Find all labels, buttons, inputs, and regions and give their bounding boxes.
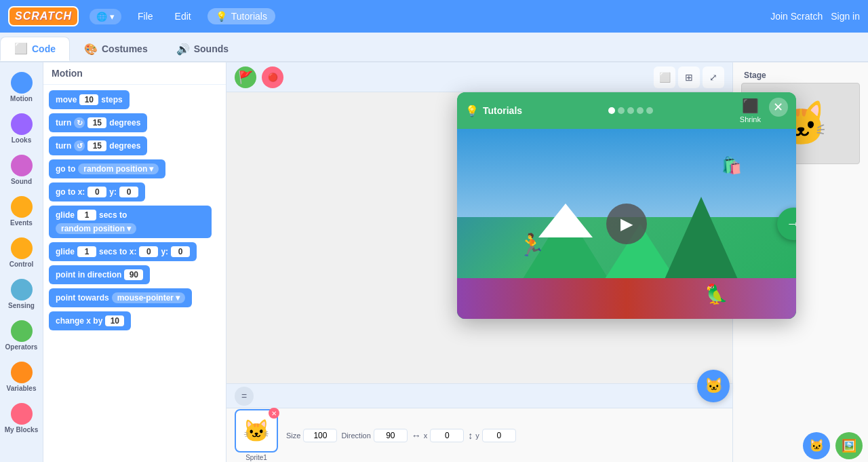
view-normal-button[interactable]: ⬜ xyxy=(654,66,675,88)
shrink-button[interactable]: ⬛ Shrink xyxy=(740,98,761,123)
sidebar-label-operators: Operators xyxy=(5,343,38,351)
block-glide2-ylabel: y: xyxy=(161,247,168,256)
dot-5[interactable] xyxy=(646,107,653,114)
sidebar-item-sound[interactable]: Sound xyxy=(2,151,41,189)
y-axis-icon: ↕ xyxy=(468,430,473,441)
block-glide1-dropdown[interactable]: random position ▾ xyxy=(56,223,136,234)
block-glide1-label: glide xyxy=(56,210,75,220)
block-turnccw-label: turn xyxy=(56,141,71,151)
sounds-tab-label: Sounds xyxy=(194,43,229,54)
blocks-panel: Motion move 10 steps turn ↻ 15 degrees t… xyxy=(43,62,226,462)
sidebar-item-sensing[interactable]: Sensing xyxy=(2,275,41,313)
block-turnccw-value[interactable]: 15 xyxy=(87,140,106,151)
block-gotoxy[interactable]: go to x: 0 y: 0 xyxy=(49,182,145,201)
tab-sounds[interactable]: 🔊 Sounds xyxy=(162,37,243,61)
sensing-circle xyxy=(11,279,33,301)
block-turncw-value[interactable]: 15 xyxy=(87,117,106,128)
sidebar-item-myblocks[interactable]: My Blocks xyxy=(2,399,41,438)
block-changex[interactable]: change x by 10 xyxy=(49,311,131,330)
sidebar-label-events: Events xyxy=(10,219,33,227)
block-glide2[interactable]: glide 1 secs to x: 0 y: 0 xyxy=(49,242,197,261)
block-changex-value[interactable]: 10 xyxy=(105,315,124,326)
close-tutorials-button[interactable]: ✕ xyxy=(769,98,788,117)
direction-field-group: Direction xyxy=(341,429,407,442)
sidebar-item-events[interactable]: Events xyxy=(2,192,41,231)
sidebar-item-control[interactable]: Control xyxy=(2,233,41,272)
view-wide-button[interactable]: ⊞ xyxy=(678,66,700,88)
green-flag-button[interactable]: 🚩 xyxy=(235,66,256,88)
y-field-group: ↕ y xyxy=(468,429,516,442)
main-layout: Motion Looks Sound Events Control Sensin… xyxy=(0,62,868,462)
tutorials-btn-label: Tutorials xyxy=(231,11,267,22)
tabbar: ⬜ Code 🎨 Costumes 🔊 Sounds xyxy=(0,33,868,62)
tutorials-button[interactable]: 💡 Tutorials xyxy=(208,8,275,24)
sign-in-link[interactable]: Sign in xyxy=(831,11,860,22)
dot-4[interactable] xyxy=(637,107,644,114)
scratch-logo[interactable]: SCRATCH xyxy=(8,6,79,26)
sidebar-item-operators[interactable]: Operators xyxy=(2,316,41,355)
sprite-delete-icon[interactable]: ✕ xyxy=(269,408,279,419)
block-glide2-x[interactable]: 0 xyxy=(139,246,158,257)
sprite-thumbnail[interactable]: 🐱 ✕ xyxy=(235,409,278,453)
code-tab-icon: ⬜ xyxy=(14,42,28,55)
shrink-icon: ⬛ xyxy=(742,98,759,114)
block-glide1[interactable]: glide 1 secs to random position ▾ xyxy=(49,206,212,238)
tab-code[interactable]: ⬜ Code xyxy=(0,37,70,61)
x-axis-icon: ↔ xyxy=(412,430,421,441)
x-input[interactable] xyxy=(430,429,464,442)
block-glide2-label: glide xyxy=(56,247,75,256)
add-sprite-button[interactable]: 🐱 xyxy=(697,370,730,402)
globe-icon: 🌐 xyxy=(96,12,107,22)
sidebar-label-sensing: Sensing xyxy=(8,302,35,309)
block-glide1-value[interactable]: 1 xyxy=(77,210,96,220)
sidebar-item-motion[interactable]: Motion xyxy=(2,68,41,107)
block-gotoxy-x[interactable]: 0 xyxy=(87,187,106,197)
tab-costumes[interactable]: 🎨 Costumes xyxy=(70,37,162,61)
sidebar-label-variables: Variables xyxy=(7,385,37,392)
block-move[interactable]: move 10 steps xyxy=(49,90,130,109)
y-input[interactable] xyxy=(482,429,516,442)
add-backdrop-button[interactable]: 🖼️ xyxy=(835,432,863,459)
size-input[interactable] xyxy=(303,429,337,442)
sidebar-label-looks: Looks xyxy=(12,136,31,144)
block-direction-value[interactable]: 90 xyxy=(124,269,143,280)
tutorials-title-area: 💡 Tutorials xyxy=(465,104,522,117)
block-glide2-y[interactable]: 0 xyxy=(171,246,190,257)
eq-button[interactable]: = xyxy=(235,387,254,406)
tutorials-title: Tutorials xyxy=(483,105,522,116)
bottom-bar: = xyxy=(226,383,732,408)
block-gotoxy-y[interactable]: 0 xyxy=(119,187,138,197)
sidebar-item-looks[interactable]: Looks xyxy=(2,109,41,148)
costumes-tab-label: Costumes xyxy=(102,43,148,54)
block-turnccw-suffix: degrees xyxy=(109,141,140,151)
sidebar-label-control: Control xyxy=(9,261,34,268)
block-direction[interactable]: point in direction 90 xyxy=(49,265,150,284)
tutorial-play-button[interactable]: ▶ xyxy=(606,204,647,244)
block-turn-ccw[interactable]: turn ↺ 15 degrees xyxy=(49,136,147,155)
language-button[interactable]: 🌐 ▾ xyxy=(90,9,121,24)
block-turn-cw[interactable]: turn ↻ 15 degrees xyxy=(49,113,147,132)
edit-menu[interactable]: Edit xyxy=(170,8,197,24)
add-to-stage-button[interactable]: 🐱 xyxy=(803,432,830,459)
motion-circle xyxy=(11,72,33,94)
sound-circle xyxy=(11,155,33,176)
file-menu[interactable]: File xyxy=(132,8,159,24)
block-towards[interactable]: point towards mouse-pointer ▾ xyxy=(49,288,192,307)
join-scratch-link[interactable]: Join Scratch xyxy=(770,11,823,22)
stop-button[interactable]: 🔴 xyxy=(262,66,283,88)
view-fullscreen-button[interactable]: ⤢ xyxy=(703,66,724,88)
tutorials-lightbulb-icon: 💡 xyxy=(465,104,479,117)
sidebar-item-variables[interactable]: Variables xyxy=(2,358,41,396)
block-glide2-mid: secs to x: xyxy=(99,247,136,256)
dot-3[interactable] xyxy=(627,107,634,114)
size-label: Size xyxy=(286,431,300,440)
block-goto-dropdown[interactable]: random position ▾ xyxy=(78,163,159,174)
size-field-group: Size xyxy=(286,429,337,442)
block-move-value[interactable]: 10 xyxy=(79,94,98,105)
block-goto[interactable]: go to random position ▾ xyxy=(49,159,165,178)
direction-input[interactable] xyxy=(374,429,408,442)
dot-2[interactable] xyxy=(618,107,625,114)
dot-1[interactable] xyxy=(608,107,615,114)
block-glide2-value[interactable]: 1 xyxy=(77,246,96,257)
block-towards-dropdown[interactable]: mouse-pointer ▾ xyxy=(112,292,185,303)
